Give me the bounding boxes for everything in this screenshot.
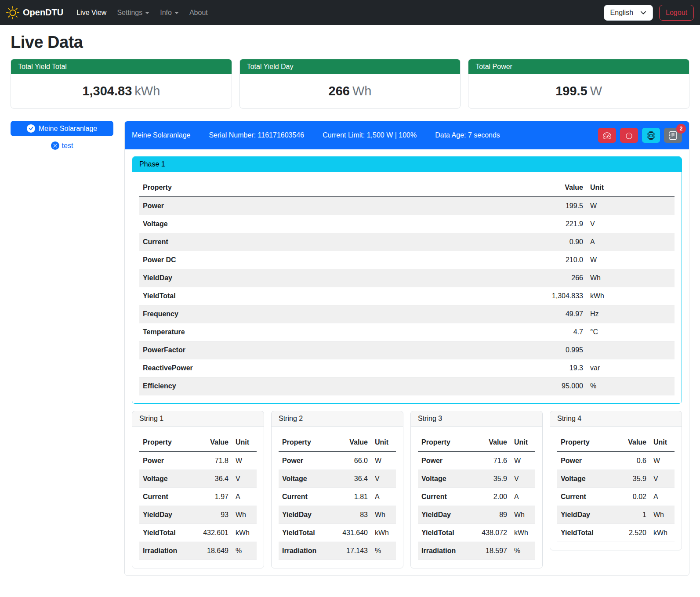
value-cell: 0.995 [534,341,587,359]
nav-item-live-view[interactable]: Live View [72,5,111,20]
table-row: YieldDay83Wh [279,506,396,524]
table-row: Power DC210.0W [139,251,675,269]
limit-settings-button[interactable] [598,128,616,143]
property-cell: Current [139,233,534,251]
value-cell: 432.601 [192,524,232,542]
nav-item-label: About [189,9,208,17]
power-icon [625,131,633,140]
serial-number: Serial Number: 116171603546 [209,131,304,139]
summary-card-unit: W [590,84,602,98]
inverter-sidebar: Meine Solaranlage test [11,121,113,150]
property-cell: Efficiency [139,377,534,395]
unit-cell: kWh [232,524,257,542]
value-cell: 18.649 [192,542,232,560]
property-cell: Voltage [139,470,192,488]
value-cell: 210.0 [534,251,587,269]
page-title: Live Data [11,33,689,52]
string-table: Property Value Unit Power71.8W Voltage36… [139,434,257,560]
string-card-body: Property Value Unit Power71.6W Voltage35… [411,427,542,568]
summary-card-body: 199.5W [468,74,689,108]
chevron-down-icon [145,12,149,14]
device-info-button[interactable] [642,128,660,143]
value-cell: 89 [470,506,511,524]
value-cell: 0.90 [534,233,587,251]
table-row: Power66.0W [279,452,396,470]
table-row: YieldDay1Wh [557,506,675,524]
nav-links: Live View Settings Info About [72,5,603,20]
unit-cell: var [587,359,675,377]
phase-title: Phase 1 [132,157,682,172]
unit-cell: V [232,470,257,488]
table-row: Irradiation18.597% [418,542,535,560]
property-cell: Voltage [279,470,331,488]
unit-cell: W [587,197,675,215]
value-cell: 1.97 [192,488,232,506]
journal-text-icon [669,131,677,140]
value-cell: 93 [192,506,232,524]
unit-cell: Wh [511,506,535,524]
inverter-select-button-meine-solaranlage[interactable]: Meine Solaranlage [11,121,113,136]
string-table: Property Value Unit Power71.6W Voltage35… [418,434,535,560]
column-header-property: Property [557,434,609,452]
inverter-item-label: test [62,142,73,150]
inverter-header: Meine Solaranlage Serial Number: 1161716… [125,121,689,149]
summary-card-total-yield-total: Total Yield Total 1,304.83kWh [11,59,232,109]
column-header-property: Property [418,434,470,452]
string-card-1: String 1 Property Value Unit [132,411,264,568]
summary-card-total-power: Total Power 199.5W [468,59,689,109]
table-header-row: Property Value Unit [139,434,257,452]
unit-cell: V [650,470,675,488]
column-header-value: Value [534,179,587,197]
table-row: PowerFactor0.995 [139,341,675,359]
summary-card-title: Total Yield Day [240,59,461,74]
table-row: Voltage36.4V [279,470,396,488]
value-cell: 1 [609,506,650,524]
property-cell: Voltage [139,215,534,233]
column-header-value: Value [609,434,650,452]
phase-body: Property Value Unit Power199.5W Voltage2… [132,172,682,403]
property-cell: Power DC [139,251,534,269]
unit-cell: Wh [650,506,675,524]
value-cell: 4.7 [534,323,587,341]
inverter-card: Meine Solaranlage Serial Number: 1161716… [124,121,689,576]
summary-card-unit: Wh [352,84,372,98]
nav-item-about[interactable]: About [185,5,212,20]
property-cell: ReactivePower [139,359,534,377]
string-card-title: String 2 [272,411,403,427]
value-cell: 71.8 [192,452,232,470]
unit-cell: % [511,542,535,560]
nav-item-settings[interactable]: Settings [112,5,154,20]
unit-cell: Wh [232,506,257,524]
string-card-2: String 2 Property Value Unit [271,411,403,568]
property-cell: Frequency [139,305,534,323]
summary-card-body: 1,304.83kWh [11,74,232,108]
unit-cell: W [371,452,396,470]
string-card-title: String 1 [132,411,264,427]
string-table: Property Value Unit Power66.0W Voltage36… [279,434,396,560]
unit-cell: kWh [650,524,675,542]
string-card-title: String 4 [550,411,682,427]
power-button[interactable] [620,128,638,143]
property-cell: YieldDay [279,506,331,524]
table-row: Power0.6W [557,452,675,470]
table-row: Efficiency95.000% [139,377,675,395]
nav-item-info[interactable]: Info [156,5,183,20]
table-row: YieldDay93Wh [139,506,257,524]
language-select[interactable]: English [604,5,653,21]
unit-cell: A [232,488,257,506]
unit-cell: Wh [587,269,675,287]
event-count-badge: 2 [676,124,686,134]
property-cell: YieldTotal [418,524,470,542]
column-header-unit: Unit [371,434,396,452]
inverter-item-test[interactable]: test [11,141,113,150]
unit-cell: % [232,542,257,560]
nav-item-label: Info [160,9,172,17]
table-row: YieldTotal431.640kWh [279,524,396,542]
logout-button[interactable]: Logout [659,5,694,21]
brand[interactable]: OpenDTU [6,6,63,19]
property-cell: Current [418,488,470,506]
summary-card-total-yield-day: Total Yield Day 266Wh [239,59,461,109]
summary-card-body: 266Wh [240,74,461,108]
unit-cell: A [511,488,535,506]
unit-cell: W [587,251,675,269]
